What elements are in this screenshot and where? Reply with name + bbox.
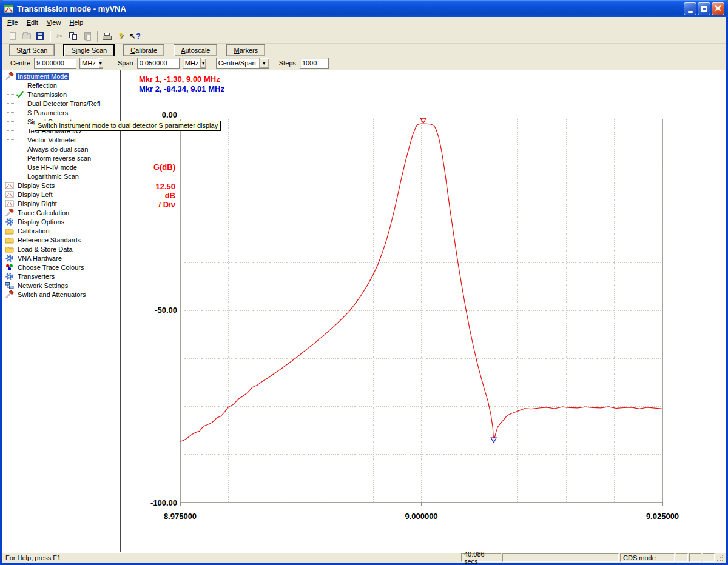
tree-connector xyxy=(7,130,15,131)
sidebar-item-transverters[interactable]: Transverters xyxy=(2,272,120,281)
tree-connector xyxy=(7,158,15,158)
sidebar-item-label: Display Right xyxy=(16,200,58,207)
sidebar-item-label: S Parameters xyxy=(26,109,69,116)
x-axis-tick-label: 9.000000 xyxy=(394,512,449,521)
tree-icon-slot xyxy=(15,127,25,135)
window-title: Transmission mode - myVNA xyxy=(17,4,684,13)
start-scan-button[interactable]: Start Scan xyxy=(9,44,55,56)
open-icon xyxy=(19,30,33,43)
calibrate-button[interactable]: Calibrate xyxy=(123,44,164,56)
span-input[interactable] xyxy=(137,58,180,69)
help-icon[interactable]: ? xyxy=(114,30,128,43)
status-bar: For Help, press F1 40.086 secs CDS mode xyxy=(2,552,726,563)
print-icon[interactable] xyxy=(100,30,114,43)
chart-panel: Mkr 1, -1.30, 9.00 MHz Mkr 2, -84.34, 9.… xyxy=(120,70,726,552)
menu-help[interactable]: Help xyxy=(65,18,87,27)
maximize-button[interactable] xyxy=(698,2,710,15)
gear-icon xyxy=(4,272,14,281)
y-axis-tick-label: -50.00 xyxy=(123,306,177,315)
folder-icon xyxy=(4,245,14,253)
sidebar-item-transmission[interactable]: Transmission xyxy=(2,90,120,99)
gear-icon xyxy=(4,218,14,226)
sidebar-item-reflection[interactable]: Reflection xyxy=(2,81,120,90)
sidebar-item-s-parameters[interactable]: S Parameters xyxy=(2,108,120,117)
close-button[interactable]: ✕ xyxy=(712,2,724,15)
sidebar-item-choose-trace-colours[interactable]: Choose Trace Colours xyxy=(2,262,120,272)
sidebar-item-display-right[interactable]: Display Right xyxy=(2,199,120,208)
menu-view[interactable]: View xyxy=(42,18,66,27)
folder-icon xyxy=(4,236,14,244)
sidebar-item-label: Instrument Mode xyxy=(16,73,69,80)
markers-button[interactable]: Markers xyxy=(226,44,265,56)
sidebar-item-label: Reflection xyxy=(26,82,58,89)
sidebar-item-reference-standards[interactable]: Reference Standards xyxy=(2,235,120,244)
x-axis-tick-label: 8.975000 xyxy=(153,512,207,521)
title-bar[interactable]: Transmission mode - myVNA ✕ xyxy=(0,0,728,17)
span-label: Span xyxy=(118,59,133,67)
status-indicator-3 xyxy=(703,553,715,562)
tree-icon-slot xyxy=(15,172,25,181)
sidebar-item-label: Display Options xyxy=(16,218,66,226)
sidebar-item-display-sets[interactable]: Display Sets xyxy=(2,181,120,190)
sidebar-item-instrument-mode[interactable]: Instrument Mode xyxy=(2,72,120,81)
sidebar-item-display-left[interactable]: Display Left xyxy=(2,190,120,199)
sidebar-item-trace-calculation[interactable]: Trace Calculation xyxy=(2,208,120,217)
sidebar-item-vna-hardware[interactable]: VNA Hardware xyxy=(2,253,120,262)
sidebar-item-vector-voltmeter[interactable]: Vector Voltmeter xyxy=(2,135,120,144)
sidebar-item-label: Calibration xyxy=(16,227,51,235)
x-axis-tick-label: 9.025000 xyxy=(635,512,690,521)
chevron-down-icon: ▼ xyxy=(200,58,206,68)
sidebar-item-label: Vector Voltmeter xyxy=(26,136,78,144)
sidebar-item-switch-and-attenuators[interactable]: Switch and Attenuators xyxy=(2,290,120,299)
status-indicator-1 xyxy=(676,553,688,562)
tree-icon-slot xyxy=(15,145,25,153)
centre-unit-value: MHz xyxy=(80,58,98,68)
gear-icon xyxy=(4,254,14,262)
status-spacer-panel xyxy=(502,553,619,562)
centre-input[interactable] xyxy=(34,58,76,69)
minimize-button[interactable] xyxy=(684,2,696,15)
context-help-icon[interactable]: ↖? xyxy=(128,30,142,43)
menu-file[interactable]: File xyxy=(3,18,22,27)
cut-icon: ✂ xyxy=(53,30,67,43)
check-icon xyxy=(15,90,25,99)
sidebar-item-label: Reference Standards xyxy=(16,236,82,244)
menu-edit[interactable]: Edit xyxy=(22,18,42,27)
centre-unit-select[interactable]: MHz ▼ xyxy=(79,58,103,69)
sidebar-item-perform-reverse-scan[interactable]: Perform reverse scan xyxy=(2,153,120,162)
sidebar-item-network-settings[interactable]: Network Settings xyxy=(2,281,120,290)
sidebar-item-label: Display Sets xyxy=(16,182,56,189)
scan-param-row: Centre MHz ▼ Span MHz ▼ Centre/Span ▼ St… xyxy=(2,56,726,70)
copy-icon[interactable] xyxy=(67,30,81,43)
scan-mode-value: Centre/Span xyxy=(217,58,259,68)
sidebar-item-display-options[interactable]: Display Options xyxy=(2,217,120,226)
span-unit-select[interactable]: MHz ▼ xyxy=(183,58,206,69)
scan-mode-select[interactable]: Centre/Span ▼ xyxy=(216,58,269,69)
status-scan-time: 40.086 secs xyxy=(461,553,501,562)
tree-connector xyxy=(7,112,15,113)
tree-icon-slot xyxy=(15,118,25,126)
toolbar-separator xyxy=(50,31,50,42)
sidebar-item-always-do-dual-scan[interactable]: Always do dual scan xyxy=(2,144,120,153)
tool-icon xyxy=(4,209,14,217)
sidebar-item-label: Transverters xyxy=(16,273,56,280)
tree-icon-slot xyxy=(15,99,25,108)
save-icon[interactable] xyxy=(33,30,47,43)
autoscale-button[interactable]: Autoscale xyxy=(174,44,217,56)
resize-grip-icon xyxy=(716,554,724,562)
tree-connector xyxy=(7,139,15,140)
single-scan-button[interactable]: Single Scan xyxy=(64,44,114,56)
sidebar-item-load-store-data[interactable]: Load & Store Data xyxy=(2,244,120,253)
sidebar-item-calibration[interactable]: Calibration xyxy=(2,226,120,235)
sidebar-item-label: Display Left xyxy=(16,191,53,198)
tree-connector xyxy=(7,121,15,122)
status-help-text: For Help, press F1 xyxy=(3,553,460,562)
sidebar-item-use-rf-iv-mode[interactable]: Use RF-IV mode xyxy=(2,162,120,172)
sidebar-item-label: Logarithmic Scan xyxy=(26,173,80,180)
tree-icon-slot xyxy=(15,81,25,90)
sidebar-item-logarithmic-scan[interactable]: Logarithmic Scan xyxy=(2,172,120,181)
resize-grip[interactable] xyxy=(716,553,724,562)
sidebar-item-dual-detector-trans-refl[interactable]: Dual Detector Trans/Refl xyxy=(2,99,120,108)
tree-icon-slot xyxy=(15,136,25,144)
steps-input[interactable] xyxy=(300,58,329,69)
